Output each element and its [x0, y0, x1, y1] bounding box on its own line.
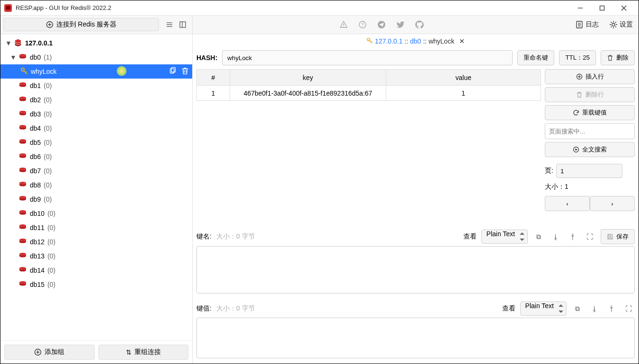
key-icon [366, 37, 373, 45]
settings-button[interactable]: 设置 [609, 20, 633, 29]
export-icon[interactable]: ⭳ [550, 231, 562, 243]
connection-tree: ▼ 127.0.0.1 ▼ db0 (1) whyLock [0, 34, 192, 340]
db-name: db2 [30, 96, 41, 104]
github-icon[interactable] [415, 20, 424, 29]
save-button[interactable]: 保存 [601, 229, 635, 244]
copy-icon[interactable]: ⧉ [571, 302, 584, 315]
col-value[interactable]: value [386, 70, 541, 86]
trash-icon[interactable] [181, 67, 189, 77]
db-row[interactable]: db8 (0) [0, 178, 192, 192]
page-search-input[interactable] [545, 123, 635, 139]
twitter-icon[interactable] [396, 20, 405, 29]
rename-button[interactable]: 重命名键 [517, 50, 554, 65]
db-row[interactable]: db14 (0) [0, 263, 192, 277]
tab-header: 127.0.0.1::db0::whyLock ✕ [193, 34, 639, 48]
db-row[interactable]: db7 (0) [0, 164, 192, 178]
fullscreen-icon[interactable]: ⛶ [584, 231, 596, 243]
close-button[interactable] [613, 0, 635, 16]
keyvalue-label: 键值: [196, 304, 212, 313]
key-row-whylock[interactable]: whyLock [0, 64, 192, 79]
db-row[interactable]: db5 (0) [0, 135, 192, 150]
insert-row-button[interactable]: 插入行 [545, 69, 635, 84]
ttl-button[interactable]: TTL：25 [559, 50, 596, 65]
db-row[interactable]: db12 (0) [0, 235, 192, 249]
db-row[interactable]: db1 (0) [0, 79, 192, 93]
db-row[interactable]: db13 (0) [0, 249, 192, 263]
db-name: db3 [30, 110, 41, 118]
keyname-label: 键名: [196, 232, 212, 241]
keyname-editor[interactable] [196, 246, 635, 293]
col-key[interactable]: key [230, 70, 386, 86]
warning-icon[interactable] [339, 20, 348, 29]
database-icon [18, 167, 27, 175]
log-button[interactable]: 日志 [575, 20, 599, 29]
redis-icon [14, 38, 22, 48]
page-input[interactable] [556, 164, 622, 178]
connection-row[interactable]: ▼ 127.0.0.1 [0, 36, 192, 50]
copy-icon[interactable] [169, 67, 177, 77]
database-icon [18, 238, 27, 246]
import-icon[interactable]: ⭱ [605, 302, 618, 315]
svg-point-42 [19, 252, 26, 255]
list-icon[interactable] [163, 18, 176, 31]
format-select[interactable]: Plain Text [520, 302, 567, 316]
table-row[interactable]: 1467be0f1-3a0f-400f-a815-f1e892316d5a:67… [197, 86, 541, 101]
db-count: (0) [47, 281, 55, 288]
db-row[interactable]: db2 (0) [0, 93, 192, 107]
prev-page-button[interactable]: ‹ [545, 196, 590, 211]
db-row[interactable]: db11 (0) [0, 221, 192, 235]
db-row[interactable]: db15 (0) [0, 277, 192, 292]
database-icon [18, 53, 27, 62]
db-name: db14 [30, 266, 44, 274]
panel-icon[interactable] [176, 18, 189, 31]
size-label: 大小：1 [545, 183, 635, 191]
save-icon [607, 233, 613, 240]
db-row[interactable]: db3 (0) [0, 107, 192, 121]
help-icon[interactable]: ? [358, 20, 367, 29]
reorder-button[interactable]: ⇅ 重组连接 [98, 345, 189, 360]
database-icon [18, 124, 27, 133]
plus-circle-icon [576, 73, 583, 80]
svg-point-40 [19, 224, 26, 226]
db-count: (0) [47, 210, 55, 217]
col-index[interactable]: # [197, 70, 230, 86]
tab-conn[interactable]: 127.0.0.1 [375, 37, 402, 45]
db-row[interactable]: db10 (0) [0, 206, 192, 221]
reload-icon [573, 109, 579, 116]
keyvalue-editor[interactable] [196, 318, 635, 358]
format-select[interactable]: Plain Text [481, 230, 528, 244]
connect-button[interactable]: 连接到 Redis 服务器 [3, 18, 159, 31]
fulltext-search-button[interactable]: 全文搜索 [545, 142, 635, 157]
next-page-button[interactable]: › [590, 196, 635, 211]
reload-button[interactable]: 重载键值 [545, 105, 635, 120]
db-count: (0) [47, 266, 55, 274]
reorder-icon: ⇅ [126, 348, 132, 356]
database-icon [18, 281, 27, 289]
maximize-button[interactable] [591, 0, 613, 16]
key-name-input[interactable] [222, 50, 513, 65]
fullscreen-icon[interactable]: ⛶ [622, 302, 635, 315]
delete-key-button[interactable]: 删除 [601, 50, 635, 65]
db0-row[interactable]: ▼ db0 (1) [0, 50, 192, 64]
delete-row-button[interactable]: 删除行 [545, 87, 635, 102]
cell-idx: 1 [197, 86, 230, 101]
db-count: (0) [44, 153, 52, 160]
svg-point-30 [19, 82, 26, 84]
import-icon[interactable]: ⭱ [567, 231, 579, 243]
db-name: db10 [30, 210, 44, 217]
db-row[interactable]: db4 (0) [0, 121, 192, 135]
export-icon[interactable]: ⭳ [588, 302, 601, 315]
db-row[interactable]: db6 (0) [0, 150, 192, 164]
trash-icon [607, 54, 613, 61]
add-group-button[interactable]: 添加组 [4, 345, 95, 360]
svg-line-50 [371, 41, 372, 42]
minimize-button[interactable] [569, 0, 591, 16]
svg-point-31 [19, 96, 26, 98]
db-row[interactable]: db9 (0) [0, 192, 192, 206]
close-tab-icon[interactable]: ✕ [459, 37, 465, 45]
db-name: db0 [30, 53, 41, 61]
telegram-icon[interactable] [377, 20, 386, 29]
tab-db[interactable]: db0 [410, 37, 421, 45]
database-icon [18, 153, 27, 161]
copy-icon[interactable]: ⧉ [532, 231, 545, 243]
